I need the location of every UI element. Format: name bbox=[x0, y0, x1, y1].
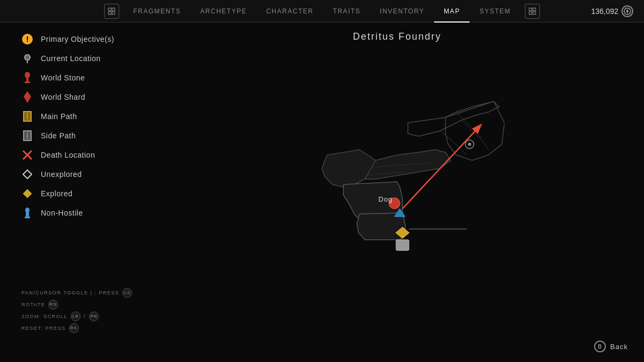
legend-unexplored-label: Unexplored bbox=[41, 170, 82, 179]
top-navigation: FRAGMENTS ARCHETYPE CHARACTER TRAITS INV… bbox=[0, 0, 644, 23]
svg-marker-14 bbox=[24, 91, 31, 103]
svg-point-23 bbox=[25, 208, 30, 213]
death-loc-icon bbox=[21, 149, 33, 161]
primary-obj-icon: ! bbox=[21, 33, 33, 45]
pan-button: LS bbox=[122, 288, 132, 298]
control-pan: PAN/CURSOR TOGGLE | : PRESS LS bbox=[21, 288, 132, 298]
map-dog-label: Dog bbox=[378, 195, 393, 203]
back-btn-icon: B bbox=[594, 341, 606, 352]
zoom-rb-button: RB bbox=[89, 312, 99, 321]
control-reset: RESET: PRESS RS bbox=[21, 323, 132, 333]
main-path-icon bbox=[21, 110, 33, 122]
legend-current-loc-label: Current Location bbox=[41, 54, 101, 63]
svg-marker-21 bbox=[23, 170, 32, 179]
nav-system[interactable]: SYSTEM bbox=[470, 0, 520, 23]
legend-world-shard: World Shard bbox=[21, 91, 140, 103]
current-loc-icon bbox=[21, 53, 33, 64]
legend-current-loc: Current Location bbox=[21, 53, 140, 64]
side-path-icon bbox=[21, 130, 33, 142]
non-hostile-icon bbox=[21, 207, 33, 219]
nav-fragments[interactable]: FRAGMENTS bbox=[123, 0, 191, 23]
rotate-label: ROTATE bbox=[21, 300, 45, 309]
svg-rect-7 bbox=[533, 12, 536, 14]
legend-main-path: Main Path bbox=[21, 110, 140, 122]
world-stone-icon bbox=[21, 72, 33, 84]
nav-character[interactable]: CHARACTER bbox=[257, 0, 323, 23]
svg-point-35 bbox=[468, 143, 471, 146]
legend-world-stone: World Stone bbox=[21, 72, 140, 84]
map-area: Detritus Foundry bbox=[150, 23, 644, 362]
legend-primary-obj-label: Primary Objective(s) bbox=[41, 35, 114, 43]
svg-rect-32 bbox=[396, 240, 409, 250]
zoom-label: ZOOM: SCROLL bbox=[21, 312, 68, 321]
nav-traits[interactable]: TRAITS bbox=[323, 0, 370, 23]
currency-icon bbox=[621, 5, 633, 17]
svg-point-9 bbox=[25, 55, 30, 60]
right-nav-icon bbox=[525, 4, 540, 19]
svg-rect-25 bbox=[25, 217, 30, 218]
pan-label: PAN/CURSOR TOGGLE | : PRESS bbox=[21, 289, 119, 297]
legend-explored-label: Explored bbox=[41, 189, 72, 198]
svg-rect-5 bbox=[533, 8, 536, 11]
legend-explored: Explored bbox=[21, 188, 140, 200]
bottom-controls: PAN/CURSOR TOGGLE | : PRESS LS ROTATE RS… bbox=[21, 288, 132, 335]
svg-marker-22 bbox=[23, 189, 32, 198]
legend-side-path: Side Path bbox=[21, 130, 140, 142]
explored-icon bbox=[21, 188, 33, 200]
svg-rect-2 bbox=[108, 12, 111, 14]
legend-death-loc: Death Location bbox=[21, 149, 140, 161]
control-zoom: ZOOM: SCROLL LB / RB bbox=[21, 312, 132, 321]
legend-side-path-label: Side Path bbox=[41, 131, 76, 140]
reset-label: RESET: PRESS bbox=[21, 324, 66, 333]
zoom-sep: / bbox=[84, 312, 86, 321]
legend-death-loc-label: Death Location bbox=[41, 151, 95, 159]
unexplored-icon bbox=[21, 168, 33, 180]
svg-rect-3 bbox=[112, 12, 115, 14]
svg-rect-0 bbox=[108, 8, 111, 11]
legend-main-path-label: Main Path bbox=[41, 112, 77, 121]
nav-archetype[interactable]: ARCHETYPE bbox=[191, 0, 257, 23]
zoom-lb-button: LB bbox=[71, 312, 80, 321]
legend-unexplored: Unexplored bbox=[21, 168, 140, 180]
map-canvas[interactable]: Dog bbox=[290, 91, 504, 294]
legend-world-stone-label: World Stone bbox=[41, 73, 85, 82]
rotate-button: RS bbox=[48, 300, 58, 309]
left-nav-icon bbox=[104, 4, 119, 19]
legend-non-hostile: Non-Hostile bbox=[21, 207, 140, 219]
map-title: Detritus Foundry bbox=[150, 23, 644, 48]
nav-inventory[interactable]: INVENTORY bbox=[370, 0, 434, 23]
nav-map[interactable]: MAP bbox=[434, 0, 470, 23]
legend-non-hostile-label: Non-Hostile bbox=[41, 209, 83, 217]
svg-rect-6 bbox=[529, 12, 532, 14]
legend-world-shard-label: World Shard bbox=[41, 93, 85, 101]
control-rotate: ROTATE RS bbox=[21, 300, 132, 309]
svg-rect-4 bbox=[529, 8, 532, 11]
currency-amount: 136,092 bbox=[591, 7, 618, 16]
currency-display: 136,092 bbox=[591, 5, 633, 17]
svg-rect-13 bbox=[25, 82, 30, 83]
map-svg bbox=[290, 91, 504, 294]
reset-button: RS bbox=[69, 323, 79, 333]
legend-primary-obj: ! Primary Objective(s) bbox=[21, 33, 140, 45]
svg-rect-1 bbox=[112, 8, 115, 11]
world-shard-icon bbox=[21, 91, 33, 103]
back-label: Back bbox=[610, 343, 628, 351]
back-button[interactable]: B Back bbox=[594, 341, 628, 352]
nav-items: FRAGMENTS ARCHETYPE CHARACTER TRAITS INV… bbox=[123, 0, 520, 23]
svg-point-11 bbox=[25, 72, 30, 78]
back-icon-label: B bbox=[598, 344, 602, 350]
